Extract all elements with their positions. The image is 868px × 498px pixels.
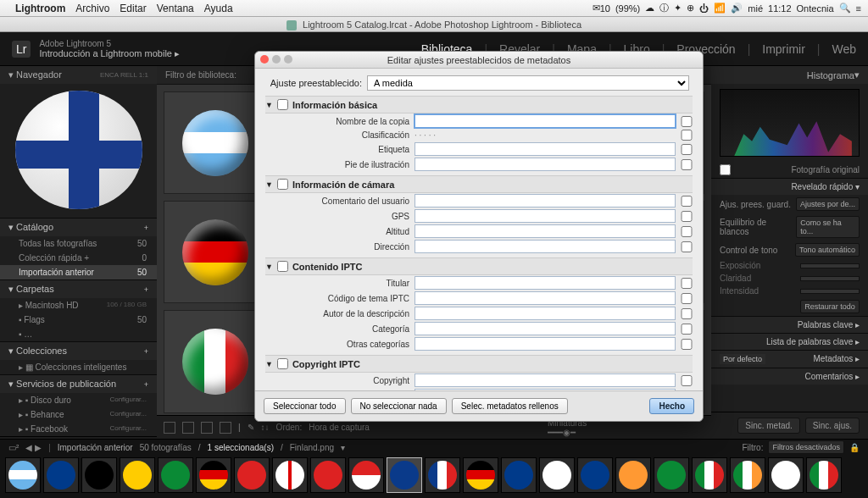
survey-view-icon[interactable] [220,422,231,434]
field-include-checkbox[interactable] [681,308,693,319]
filmstrip-cell[interactable] [81,457,117,493]
filmstrip-cell[interactable] [120,457,155,493]
sync-metadata-button[interactable]: Sinc. metad. [737,418,800,434]
field-include-checkbox[interactable] [681,144,693,155]
painter-icon[interactable]: ✎ [248,423,254,432]
field-include-checkbox[interactable] [681,159,693,170]
metadata-input[interactable] [415,142,676,156]
publish-header[interactable]: ▾ Servicios de publicación+ [0,375,157,393]
filmstrip-cell[interactable] [196,457,231,493]
exposure-slider[interactable] [800,263,860,268]
reset-all-button[interactable]: Restaurar todo [800,300,860,313]
field-include-checkbox[interactable] [681,278,693,289]
field-include-checkbox[interactable] [681,196,693,207]
thumbnail-cell[interactable] [164,310,266,412]
thumbnail-cell[interactable] [164,201,266,303]
sync-settings-button[interactable]: Sinc. ajus. [805,418,860,434]
section-header[interactable]: ▼ Información básica [265,96,693,113]
filmstrip-cell[interactable] [577,457,613,493]
auto-tone-button[interactable]: Tono automático [795,243,860,257]
quick-develop-header[interactable]: Revelado rápido ▾ [711,178,868,195]
filmstrip-cell[interactable] [387,457,422,493]
sort-order[interactable]: Hora de captura [309,423,370,432]
field-include-checkbox[interactable] [681,211,693,222]
metadata-input[interactable] [415,194,676,208]
filmstrip-cell[interactable] [654,457,689,493]
grid-view-icon[interactable] [164,422,175,434]
metadata-input[interactable] [415,291,676,305]
catalog-row[interactable]: Todas las fotografías50 [0,236,157,251]
field-include-checkbox[interactable] [681,226,693,237]
catalog-header[interactable]: ▾ Catálogo+ [0,219,157,236]
metadata-input[interactable] [415,158,676,171]
menu-archivo[interactable]: Archivo [75,3,109,14]
keywords-header[interactable]: Palabras clave ▸ [711,316,868,333]
folders-header[interactable]: ▾ Carpetas+ [0,280,157,298]
filmstrip-cell[interactable] [425,457,460,493]
navigator-header[interactable]: ▾ Navegador ENCA RELL 1:1 [0,66,157,84]
publish-service[interactable]: ▸ ▪ BehanceConfigurar... [0,407,157,422]
disk-row[interactable]: ▸ Macintosh HD106 / 180 GB [0,298,157,313]
app-name[interactable]: Lightroom [15,3,65,14]
field-include-checkbox[interactable] [681,116,693,127]
spotlight-icon[interactable]: 🔍 [839,3,851,14]
select-none-button[interactable]: No seleccionar nada [351,398,447,414]
done-button[interactable]: Hecho [649,398,694,414]
select-all-button[interactable]: Seleccionar todo [264,398,346,414]
filmstrip-cell[interactable] [463,457,498,493]
filmstrip-cell[interactable] [43,457,79,493]
metadata-input[interactable] [415,337,676,351]
menu-editar[interactable]: Editar [120,3,146,14]
metadata-input[interactable] [415,240,676,253]
field-include-checkbox[interactable] [681,241,693,252]
saved-preset-select[interactable]: Ajustes por de... [796,197,860,211]
filmstrip-cell[interactable] [501,457,537,493]
metadata-input[interactable] [415,209,676,223]
fs-crumb-source[interactable]: Importación anterior [58,443,133,452]
publish-service[interactable]: ▸ ▪ FacebookConfigurar... [0,422,157,436]
section-header[interactable]: ▼ Información de cámara [265,175,693,193]
metadata-input[interactable] [415,322,676,335]
filmstrip-cell[interactable] [234,457,270,493]
filmstrip-cell[interactable] [806,457,842,493]
loupe-view-icon[interactable] [182,422,194,434]
collections-header[interactable]: ▾ Colecciones+ [0,342,157,360]
menu-ayuda[interactable]: Ayuda [204,3,233,14]
intro-link[interactable]: Introducción a Lightroom mobile ▸ [39,48,180,58]
section-header[interactable]: ▼ Contenido IPTC [265,257,693,275]
module-web[interactable]: Web [832,42,856,56]
filmstrip-cell[interactable] [768,457,804,493]
compare-view-icon[interactable] [201,422,213,434]
clarity-slider[interactable] [800,276,860,281]
comments-header[interactable]: Comentarios ▸ [711,368,868,385]
select-filled-button[interactable]: Selec. metadatos rellenos [452,398,568,414]
filmstrip-cell[interactable] [539,457,575,493]
filter-lock-icon[interactable]: 🔒 [849,443,860,452]
navigator-preview[interactable] [0,84,157,218]
module-imprimir[interactable]: Imprimir [762,42,805,56]
smart-collections[interactable]: ▸ ▦ Colecciones inteligentes [0,360,157,374]
filmstrip-cell[interactable] [310,457,346,493]
user-name[interactable]: Ontecnia [797,3,834,14]
filmstrip-cell[interactable] [615,457,651,493]
catalog-row[interactable]: Importación anterior50 [0,265,157,279]
metadata-input[interactable] [415,114,676,128]
filmstrip-cell[interactable] [730,457,765,493]
publish-service[interactable]: ▸ ▪ Disco duroConfigurar... [0,393,157,407]
metadata-input[interactable]: Desconocido [415,389,676,390]
filmstrip-cell[interactable] [5,457,41,493]
close-icon[interactable] [260,55,269,64]
folder-row[interactable]: ▪ Flags50 [0,313,157,327]
metadata-header[interactable]: Por defectoMetadatos ▸ [711,350,868,368]
metadata-input[interactable] [415,224,676,238]
histogram-header[interactable]: Histograma ▾ [711,66,868,84]
orig-photo-checkbox[interactable] [720,164,731,175]
section-header[interactable]: ▼ Copyright IPTC [265,355,693,373]
wb-select[interactable]: Como se ha to... [796,216,860,238]
field-include-checkbox[interactable] [681,130,693,141]
field-include-checkbox[interactable] [681,324,693,335]
field-include-checkbox[interactable] [681,375,693,386]
metadata-input[interactable] [415,374,676,387]
filmstrip-cell[interactable] [158,457,193,493]
keyword-list-header[interactable]: Lista de palabras clave ▸ [711,333,868,350]
